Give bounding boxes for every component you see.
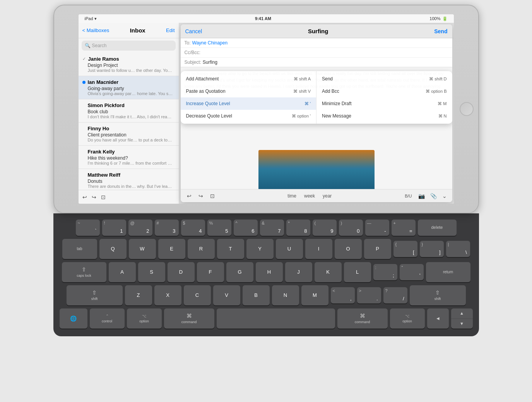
key-slash[interactable]: ? / (383, 287, 407, 303)
key-e[interactable]: E (158, 239, 185, 259)
key-2[interactable]: @ 2 (128, 220, 152, 236)
key-d[interactable]: D (168, 262, 195, 282)
key-p[interactable]: P (364, 239, 391, 259)
key-equals[interactable]: + = (392, 220, 416, 236)
search-bar[interactable]: 🔍 Search (82, 41, 176, 51)
key-z[interactable]: Z (125, 285, 152, 305)
key-space[interactable] (217, 308, 335, 329)
key-7[interactable]: & 7 (260, 220, 284, 236)
edit-button[interactable]: Edit (166, 27, 174, 33)
key-period[interactable]: > . (357, 287, 381, 303)
key-open-bracket[interactable]: { [ (393, 241, 417, 257)
clipboard-button[interactable]: ⊡ (208, 192, 217, 200)
shortcut-row[interactable]: Add Attachment ⌘ shift A (181, 73, 316, 85)
mail-item[interactable]: Ian Macnider Going-away party Olivia's g… (79, 76, 179, 99)
shortcut-row[interactable]: Minimize Draft ⌘ M (316, 97, 452, 110)
key-command-right[interactable]: ⌘ command (337, 308, 388, 329)
mail-item[interactable]: Finny Ho Client presentation Do you have… (79, 123, 179, 146)
camera-button[interactable]: 📷 (417, 192, 426, 200)
key-backtick[interactable]: ~ ` (76, 220, 100, 236)
key-delete[interactable]: delete (418, 220, 457, 236)
key-k[interactable]: K (315, 262, 342, 282)
shortcut-row[interactable]: Paste as Quotation ⌘ shift V (181, 85, 316, 97)
checkmark-icon: ✓ (82, 56, 86, 61)
key-semicolon[interactable]: : ; (373, 264, 397, 280)
key-i[interactable]: I (305, 239, 332, 259)
key-f[interactable]: F (197, 262, 224, 282)
key-b[interactable]: B (243, 285, 270, 305)
key-6[interactable]: ^ 6 (234, 220, 258, 236)
key-minus[interactable]: — - (365, 220, 389, 236)
key-comma[interactable]: < , (331, 287, 355, 303)
cancel-button[interactable]: Cancel (185, 28, 202, 34)
subject-value[interactable]: Surfing (203, 60, 217, 65)
key-caps-lock[interactable]: ⇪ caps lock (62, 262, 106, 282)
compose-body-area[interactable]: I'm so happy you were able to go to the … (181, 67, 452, 189)
key-3[interactable]: # 3 (155, 220, 179, 236)
redo-button[interactable]: ↪ (196, 192, 205, 200)
key-t[interactable]: T (217, 239, 244, 259)
expand-button[interactable]: ⌄ (441, 192, 448, 200)
mail-item[interactable]: Frank Kelly Hike this weekend? I'm think… (79, 146, 179, 169)
key-n[interactable]: N (272, 285, 299, 305)
shortcut-row[interactable]: Decrease Quote Level ⌘ option ' (181, 110, 316, 122)
key-globe[interactable]: 🌐 (60, 308, 87, 329)
key-o[interactable]: O (335, 239, 362, 259)
key-a[interactable]: A (109, 262, 136, 282)
key-shift-right[interactable]: ⇧ shift (410, 285, 466, 305)
key-arrow-left[interactable]: ◀ (427, 308, 449, 329)
year-button[interactable]: year (323, 193, 332, 199)
key-h[interactable]: H (256, 262, 283, 282)
key-v[interactable]: V (213, 285, 240, 305)
to-value[interactable]: Wayne Chinapen (192, 40, 228, 46)
key-j[interactable]: J (285, 262, 312, 282)
key-w[interactable]: W (129, 239, 156, 259)
shortcut-row[interactable]: Increase Quote Level ⌘ ' (181, 97, 316, 110)
mail-item[interactable]: Matthew Reiff Donuts There are donuts in… (79, 169, 179, 190)
shortcut-name: Paste as Quotation (186, 88, 226, 95)
attachment-button[interactable]: 📎 (429, 192, 438, 200)
mail-item[interactable]: ✓ Janie Ramos Design Project Just wanted… (79, 53, 179, 76)
key-option-right[interactable]: ⌥ option (390, 308, 425, 329)
key-tab[interactable]: tab (62, 239, 97, 259)
key-q[interactable]: Q (99, 239, 127, 259)
shortcut-row[interactable]: New Message ⌘ N (316, 110, 452, 122)
shortcut-row[interactable]: Add Bcc ⌘ option B (316, 85, 452, 97)
key-m[interactable]: M (301, 285, 328, 305)
bold-underline-button[interactable]: B/U (402, 193, 414, 199)
key-command-left[interactable]: ⌘ command (164, 308, 214, 329)
key-l[interactable]: L (344, 262, 371, 282)
shortcut-row[interactable]: Send ⌘ shift D (316, 73, 452, 85)
mail-item[interactable]: Simon Pickford Book club I don't think I… (79, 99, 179, 123)
key-4[interactable]: $ 4 (181, 220, 205, 236)
key-s[interactable]: S (138, 262, 165, 282)
week-button[interactable]: week (304, 193, 315, 199)
time-button[interactable]: time (287, 193, 296, 199)
key-close-bracket[interactable]: } ] (420, 241, 444, 257)
key-quote[interactable]: " ' (400, 264, 424, 280)
key-option-left[interactable]: ⌥ option (127, 308, 162, 329)
key-1[interactable]: ! 1 (102, 220, 126, 236)
redo-icon[interactable]: ↪ (92, 194, 96, 200)
key-arrows-up-down[interactable]: ▲ ▼ (451, 308, 473, 329)
key-0[interactable]: ) 0 (339, 220, 363, 236)
undo-icon[interactable]: ↩ (82, 194, 87, 200)
key-control[interactable]: ⌃ control (90, 308, 125, 329)
send-button[interactable]: Send (434, 28, 447, 34)
key-c[interactable]: C (184, 285, 211, 305)
clipboard-icon[interactable]: ⊡ (101, 194, 106, 200)
key-9[interactable]: ( 9 (313, 220, 337, 236)
key-8[interactable]: * 8 (286, 220, 310, 236)
key-return[interactable]: return (426, 262, 470, 282)
key-backslash[interactable]: | \ (446, 241, 470, 257)
key-r[interactable]: R (188, 239, 215, 259)
home-button[interactable] (460, 102, 474, 116)
key-g[interactable]: G (226, 262, 253, 282)
key-y[interactable]: Y (246, 239, 274, 259)
key-u[interactable]: U (276, 239, 303, 259)
key-x[interactable]: X (154, 285, 181, 305)
key-5[interactable]: % 5 (207, 220, 231, 236)
key-shift-left[interactable]: ⇧ shift (67, 285, 123, 305)
undo-button[interactable]: ↩ (185, 192, 194, 200)
back-button[interactable]: < Mailboxes (82, 27, 109, 33)
